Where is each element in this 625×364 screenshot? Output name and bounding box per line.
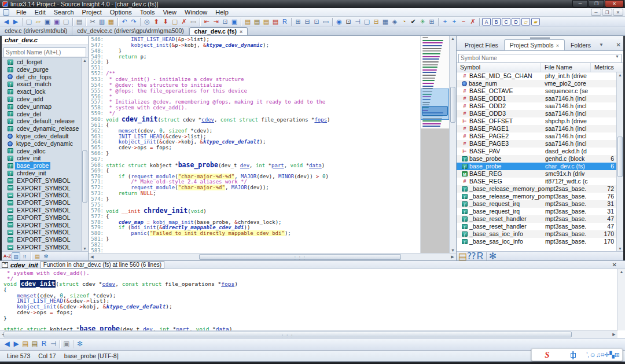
scrollbar-thumb[interactable]: ⋮⋮⋮	[3, 332, 572, 337]
column-symbol[interactable]: Symbol	[457, 62, 541, 72]
chevron-down-icon[interactable]: ▼	[615, 54, 619, 58]
panel-close-icon[interactable]: ✕	[616, 42, 621, 48]
symbol-list-item[interactable]: cdev_del	[2, 111, 88, 118]
relation-window-icon[interactable]: R	[280, 17, 289, 27]
symbol-list-scrollbar[interactable]: ▲▼	[81, 58, 88, 251]
symbol-table-row[interactable]: _base_release_memory_pocmpt2sas_base.72	[457, 185, 623, 193]
replace-files-icon[interactable]: ▭	[189, 17, 198, 27]
symbol-list-item[interactable]: cdev_dynamic_release	[2, 125, 88, 133]
style-d-icon[interactable]: D	[512, 18, 520, 25]
code-line[interactable]: static struct kobject *base_probe(dev_t …	[3, 326, 625, 330]
column-file-name[interactable]: File Name	[541, 62, 591, 72]
code-line[interactable]: 555: * @fops: the file_operations for th…	[89, 89, 420, 94]
panel-tab-project-symbols[interactable]: Project Symbols×	[504, 39, 565, 50]
calendar-icon[interactable]: ▦	[381, 17, 390, 27]
tab-close-icon[interactable]: ×	[556, 43, 559, 49]
save-icon[interactable]: ▣	[43, 17, 52, 27]
symbol-table-row[interactable]: #BASE_PAGE3saa7146.h (incl	[457, 140, 623, 148]
remove-line-icon[interactable]: −	[459, 17, 468, 27]
ime-grid-icon[interactable]: ⊞	[615, 349, 620, 361]
menu-view[interactable]: View	[159, 8, 181, 17]
symbol-list-item[interactable]: cdev_default_release	[2, 117, 88, 125]
panel-options-gear-icon[interactable]: ✻	[488, 252, 497, 260]
style-a-icon[interactable]: A	[482, 18, 491, 25]
code-line[interactable]: 581:}	[89, 237, 420, 242]
menu-options[interactable]: Options	[106, 8, 136, 17]
mdi-restore-button[interactable]: ❐	[602, 9, 612, 16]
panel-tab-folders[interactable]: Folders	[565, 39, 597, 50]
sogou-logo[interactable]: S	[534, 349, 560, 361]
symbol-table-row[interactable]: MBASE_REGsmc91x.h (driv	[457, 170, 623, 178]
menu-window[interactable]: Window	[181, 8, 211, 17]
list-view-icon[interactable]: ▤	[12, 252, 20, 260]
add-line-below-icon[interactable]: +	[440, 17, 450, 27]
sort-alpha-icon[interactable]: A-Z	[3, 252, 12, 260]
symbol-table-row[interactable]: _base_sas_ioc_infompt2sas_base.170	[457, 230, 623, 238]
symbol-list-item[interactable]: cdev_unmap	[2, 103, 88, 111]
play-macro-icon[interactable]: ◉	[334, 17, 344, 27]
nav-forward-icon[interactable]: ▶	[11, 17, 20, 27]
code-line[interactable]: * system with cdev_add().	[3, 270, 625, 276]
tab-close-icon[interactable]: ×	[240, 29, 242, 35]
symbol-table-row[interactable]: _base_reset_handlermpt2sas_base.47	[457, 215, 623, 223]
history-back-icon[interactable]: ◀	[2, 340, 12, 349]
link-windows-icon[interactable]: ⊣	[353, 17, 362, 27]
symbol-list-item[interactable]: EXPORT_SYMBOL	[2, 199, 88, 207]
symbol-table-row[interactable]: #BASE_PAGE2saa7146.h (incl	[457, 133, 623, 140]
contents-icon[interactable]: ▤	[262, 17, 271, 27]
lock-context-icon[interactable]: ▣	[62, 340, 71, 349]
scrollbar-thumb[interactable]: ⋮⋮⋮	[199, 254, 401, 260]
search-forward-icon[interactable]: ⬆	[152, 17, 161, 27]
refresh-symbols-icon[interactable]: ✳	[418, 17, 427, 27]
locate-symbol-icon[interactable]: ⁇	[467, 252, 476, 260]
style-new-icon[interactable]: ▰	[531, 18, 540, 25]
new-file-icon[interactable]: ▢	[24, 17, 34, 27]
project-window-icon[interactable]: ⊟	[372, 17, 381, 27]
symbol-list-item[interactable]: ktype_cdev_dynamic	[2, 140, 88, 148]
code-line[interactable]: 566:}	[89, 151, 420, 157]
symbol-list-item[interactable]: EXPORT_SYMBOL	[2, 185, 88, 192]
mdi-minimize-button[interactable]: ─	[591, 9, 601, 16]
context-options-gear-icon[interactable]: ✻	[75, 340, 84, 349]
symbol-list-item[interactable]: cdev_add	[2, 95, 88, 103]
symbol-browser-icon[interactable]: ▤	[243, 17, 252, 27]
ime-voice-icon[interactable]: ♫	[596, 349, 601, 361]
ime-chinese-mode-icon[interactable]	[560, 349, 586, 361]
code-line[interactable]: 549: return p;	[89, 54, 420, 60]
style-b-icon[interactable]: B	[492, 18, 501, 25]
code-line[interactable]: 573: return NULL;	[89, 191, 420, 197]
search-backward-icon[interactable]: ⬇	[161, 17, 170, 27]
favorites-icon[interactable]: ▣	[230, 17, 239, 27]
clip-window-icon[interactable]: ▢	[362, 17, 372, 27]
cascade-windows-icon[interactable]: ▭	[321, 17, 330, 27]
code-line[interactable]: 567:	[89, 157, 420, 163]
ime-emoji-icon[interactable]: ☺	[589, 349, 595, 361]
ime-toolbox-icon[interactable]: ✛	[604, 349, 609, 361]
scrollbar-thumb[interactable]	[82, 150, 87, 203]
grid-icon[interactable]: ⊞	[427, 17, 436, 27]
symbol-table-row[interactable]: ⊢BASE_PAVdasd_eckd.h (d	[457, 148, 623, 155]
symbol-table-row[interactable]: _base_request_irqmpt3sas_base.31	[457, 208, 623, 215]
code-line[interactable]: 580: panic("Failed to init directly mapp…	[89, 231, 420, 237]
code-area[interactable]: 546: INIT_LIST_HEAD(&p->list);547: kobje…	[89, 36, 420, 253]
symbol-table-row[interactable]: #BASE_REGit8712f_wdt.c (c	[457, 178, 623, 185]
symbol-table-row[interactable]: base_probegenhd.c (block6	[457, 155, 623, 163]
save-all-icon[interactable]: ▣	[52, 17, 61, 27]
symbol-table-row[interactable]: #BASE_MID_5G_CHANphy_int.h (drive	[457, 72, 623, 80]
menu-tools[interactable]: Tools	[136, 8, 159, 17]
context-code-area[interactable]: * system with cdev_add(). */void cdev_in…	[0, 269, 625, 330]
link-window-icon[interactable]: ⊣	[49, 340, 58, 349]
style-c-icon[interactable]: C	[502, 18, 510, 25]
file-tab-0[interactable]: cdev.c (drivers\mtd\ubi)	[0, 27, 72, 35]
scrollbar-thumb[interactable]	[617, 137, 623, 177]
help-index-icon[interactable]: ▤	[271, 17, 280, 27]
context-horizontal-scrollbar[interactable]: ◀ ⋮⋮⋮ ▶	[0, 330, 617, 338]
redo-icon[interactable]: ↷	[129, 17, 138, 27]
style-folder-icon[interactable]: ▱	[521, 18, 530, 25]
symbol-list-item[interactable]: EXPORT_SYMBOL	[2, 236, 88, 244]
symbol-list-item[interactable]: EXPORT_SYMBOL	[2, 177, 88, 185]
file-tab-1[interactable]: cdv_device.c (drivers\gpu\drm\gma500)	[72, 27, 189, 35]
symbol-table-row[interactable]: _base_request_irqmpt2sas_base.31	[457, 200, 623, 208]
add-line-above-icon[interactable]: +	[450, 17, 459, 27]
symbol-list-item[interactable]: EXPORT_SYMBOL	[2, 222, 88, 229]
